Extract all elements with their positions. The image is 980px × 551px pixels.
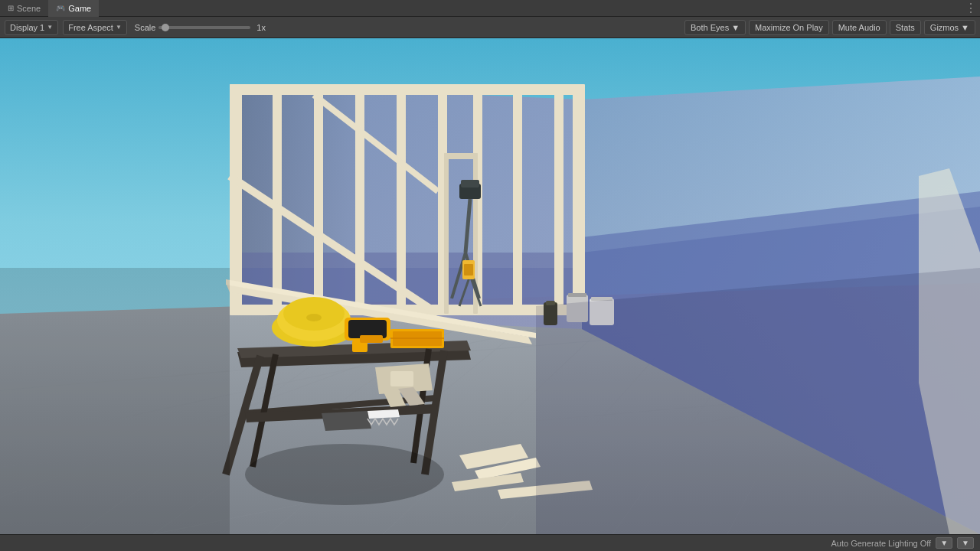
scale-slider[interactable] bbox=[158, 26, 250, 29]
tab-game[interactable]: 🎮 Game bbox=[48, 0, 99, 17]
game-viewport[interactable] bbox=[0, 38, 980, 534]
svg-rect-63 bbox=[390, 371, 413, 386]
svg-rect-38 bbox=[444, 153, 478, 159]
svg-marker-60 bbox=[322, 411, 371, 431]
stats-button[interactable]: Stats bbox=[890, 20, 921, 35]
display-label: Display 1 bbox=[10, 23, 44, 32]
gizmos-label: Gizmos bbox=[930, 23, 959, 32]
svg-point-76 bbox=[245, 444, 444, 505]
display-dropdown[interactable]: Display 1 ▼ bbox=[5, 20, 58, 35]
svg-rect-32 bbox=[573, 84, 585, 314]
scale-label: Scale bbox=[135, 23, 156, 32]
mute-button[interactable]: Mute Audio bbox=[832, 20, 887, 35]
svg-rect-26 bbox=[397, 84, 406, 314]
svg-rect-29 bbox=[438, 84, 482, 95]
toolbar: Display 1 ▼ Free Aspect ▼ Scale 1x Both … bbox=[0, 17, 980, 38]
svg-rect-85 bbox=[464, 264, 473, 276]
tab-more-button[interactable]: ⋮ bbox=[965, 1, 980, 15]
game-icon: 🎮 bbox=[56, 4, 65, 12]
aspect-dropdown[interactable]: Free Aspect ▼ bbox=[63, 20, 127, 35]
scene-icon: ⊞ bbox=[8, 4, 14, 12]
svg-point-52 bbox=[306, 314, 322, 321]
tab-game-label: Game bbox=[68, 4, 91, 13]
svg-marker-87 bbox=[536, 268, 980, 534]
scale-value: 1x bbox=[256, 23, 266, 32]
svg-rect-78 bbox=[461, 180, 479, 187]
svg-marker-61 bbox=[368, 409, 400, 419]
both-eyes-chevron-icon: ▼ bbox=[731, 23, 740, 32]
scale-slider-thumb bbox=[162, 24, 169, 31]
status-btn-2[interactable]: ▼ bbox=[957, 537, 974, 549]
svg-rect-31 bbox=[554, 84, 564, 314]
aspect-label: Free Aspect bbox=[68, 23, 113, 32]
status-bar: Auto Generate Lighting Off ▼ ▼ bbox=[0, 534, 980, 551]
both-eyes-dropdown[interactable]: Both Eyes ▼ bbox=[684, 20, 746, 35]
maximize-label: Maximize On Play bbox=[755, 23, 823, 32]
svg-rect-30 bbox=[513, 84, 522, 314]
scale-container: Scale 1x bbox=[132, 23, 266, 32]
tab-scene[interactable]: ⊞ Scene bbox=[0, 0, 48, 17]
status-text: Auto Generate Lighting Off bbox=[831, 539, 932, 548]
tab-bar: ⊞ Scene 🎮 Game ⋮ bbox=[0, 0, 980, 17]
mute-label: Mute Audio bbox=[838, 23, 880, 32]
gizmos-chevron-icon: ▼ bbox=[961, 23, 969, 32]
both-eyes-label: Both Eyes bbox=[691, 23, 729, 32]
display-chevron-icon: ▼ bbox=[47, 24, 53, 31]
svg-rect-24 bbox=[314, 84, 323, 314]
status-btn-1[interactable]: ▼ bbox=[936, 537, 952, 549]
svg-rect-36 bbox=[444, 153, 449, 314]
svg-rect-21 bbox=[230, 84, 242, 314]
svg-rect-86 bbox=[0, 268, 230, 534]
gizmos-dropdown[interactable]: Gizmos ▼ bbox=[924, 20, 975, 35]
svg-rect-67 bbox=[568, 293, 586, 297]
stats-label: Stats bbox=[896, 23, 915, 32]
aspect-chevron-icon: ▼ bbox=[116, 24, 122, 31]
maximize-button[interactable]: Maximize On Play bbox=[749, 20, 829, 35]
scene-svg bbox=[0, 38, 980, 534]
toolbar-right: Both Eyes ▼ Maximize On Play Mute Audio … bbox=[684, 20, 975, 35]
svg-rect-56 bbox=[360, 335, 383, 343]
svg-rect-23 bbox=[273, 84, 282, 314]
svg-rect-25 bbox=[355, 84, 364, 314]
tab-scene-label: Scene bbox=[17, 4, 41, 13]
